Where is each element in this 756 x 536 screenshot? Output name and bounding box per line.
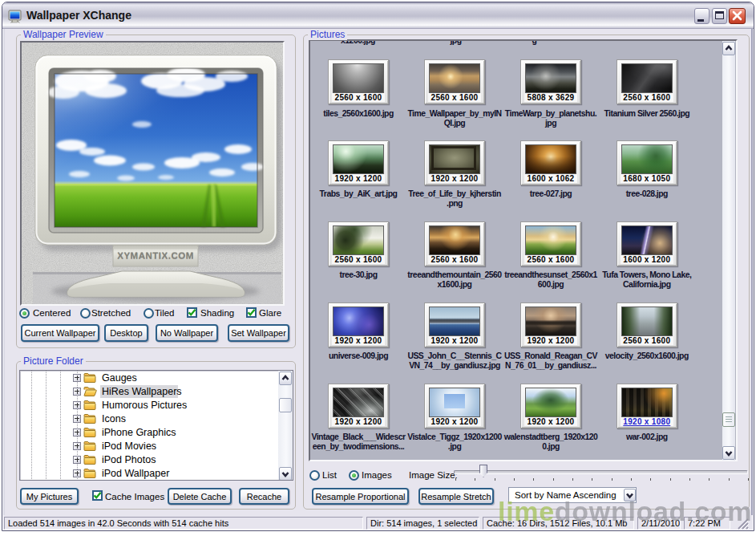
svg-text:XYMANTIX.COM: XYMANTIX.COM [117, 250, 193, 260]
